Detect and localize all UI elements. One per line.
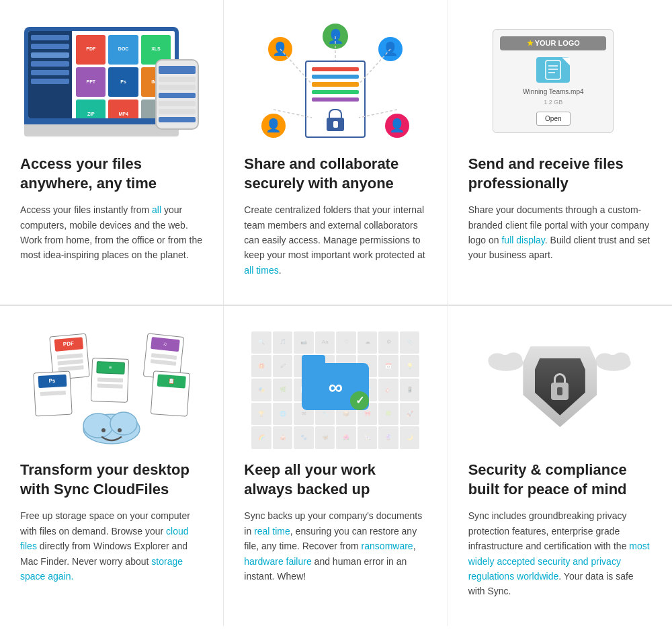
svg-point-10	[83, 414, 113, 438]
send-desc: Share your documents through a custom-br…	[468, 202, 652, 263]
share-desc: Create centralized folders that your int…	[244, 202, 427, 278]
backup-check-icon: ✓	[350, 391, 369, 410]
security-shield	[523, 346, 597, 434]
portal-filesize: 1.2 GB	[544, 98, 562, 108]
portal-logo-text: YOUR LOGO	[535, 38, 580, 49]
backup-title: Keep all your work always backed up	[244, 461, 427, 499]
cloud-smile-svg	[78, 402, 145, 449]
logo-star: ★	[527, 38, 534, 49]
svg-rect-5	[546, 61, 560, 79]
svg-point-13	[118, 428, 122, 432]
desktop-desc: Free up storage space on your computer w…	[20, 508, 203, 584]
illus-send: ★ YOUR LOGO Winning Teams.mp4 1.2 GB Op	[468, 20, 652, 148]
bottom-section: PDF ♫ ≡ Ps	[0, 306, 672, 626]
top-section: PDF DOC XLS PPT Ps IMG ZIP MP4	[0, 0, 672, 306]
illus-desktop-files: PDF ♫ ≡ Ps	[20, 326, 203, 454]
svg-point-12	[101, 428, 106, 432]
share-title: Share and collaborate securely with anyo…	[244, 155, 427, 193]
desktop-title: Transform your desktop with Sync CloudFi…	[20, 461, 203, 499]
illus-backup: 🔍 🎵 📷 Aa ♡ ☁ ⚙ 📎 🎁 🖊 📋 🔒 🌟 🏠 📅 💡	[244, 326, 427, 454]
feature-send: ★ YOUR LOGO Winning Teams.mp4 1.2 GB Op	[448, 0, 672, 305]
cloud-left	[486, 346, 526, 378]
illus-share: 👤 👤 👤 👤 👤	[244, 20, 427, 148]
backup-desc: Sync backs up your company's documents i…	[244, 508, 427, 584]
feature-desktop: PDF ♫ ≡ Ps	[0, 306, 224, 626]
cloud-right	[593, 346, 634, 378]
portal-filename: Winning Teams.mp4	[523, 87, 583, 97]
backup-infinity-icon: ∞	[329, 372, 343, 402]
access-desc: Access your files instantly from all you…	[20, 202, 203, 263]
svg-point-11	[110, 412, 137, 435]
security-title: Security & compliance built for peace of…	[468, 461, 652, 499]
backup-folder-icon: ∞ ✓	[302, 363, 369, 410]
svg-point-19	[613, 352, 630, 366]
svg-point-15	[489, 353, 507, 368]
send-title: Send and receive files professionally	[468, 155, 652, 193]
svg-point-16	[505, 352, 523, 366]
feature-share: 👤 👤 👤 👤 👤	[224, 0, 448, 305]
portal-file-icon	[536, 57, 570, 83]
security-desc: Sync includes groundbreaking privacy pro…	[468, 508, 652, 598]
portal-open-btn[interactable]: Open	[536, 112, 570, 126]
access-title: Access your files anywhere, any time	[20, 155, 203, 193]
feature-access: PDF DOC XLS PPT Ps IMG ZIP MP4	[0, 0, 224, 305]
illus-security	[468, 326, 652, 454]
feature-backup: 🔍 🎵 📷 Aa ♡ ☁ ⚙ 📎 🎁 🖊 📋 🔒 🌟 🏠 📅 💡	[224, 306, 448, 626]
svg-point-18	[596, 353, 614, 368]
illus-access: PDF DOC XLS PPT Ps IMG ZIP MP4	[20, 20, 203, 148]
feature-security: Security & compliance built for peace of…	[448, 306, 672, 626]
